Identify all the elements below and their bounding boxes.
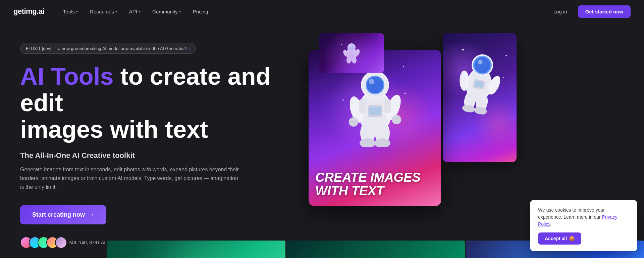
svg-point-51 — [505, 55, 507, 56]
cookie-banner: We use cookies to improve your experienc… — [530, 200, 637, 251]
accept-cookies-button[interactable]: Accept all 🍪 — [538, 232, 581, 245]
chevron-down-icon: ▾ — [115, 10, 117, 13]
chevron-down-icon: ▾ — [139, 10, 140, 13]
banner-text: FLUX.1 [dev] — a new groundbreaking AI m… — [26, 46, 186, 51]
avatar-group — [20, 236, 64, 249]
svg-point-44 — [460, 71, 469, 91]
nav-links: Tools ▾ Resources ▾ API ▾ Community ▾ Pr… — [58, 6, 548, 17]
cookie-icon: 🍪 — [569, 236, 575, 241]
strip-image-2 — [286, 241, 465, 258]
astronaut-right-icon — [447, 42, 512, 118]
svg-point-52 — [503, 77, 504, 78]
cookie-text: We use cookies to improve your experienc… — [538, 207, 629, 228]
main-image-text: CREATE IMAGES WITH TEXT — [315, 171, 434, 198]
hero-image-right-tall — [443, 33, 517, 162]
svg-rect-30 — [384, 99, 391, 113]
svg-rect-29 — [359, 99, 366, 113]
svg-point-32 — [403, 66, 404, 67]
hero-image-small-top — [319, 33, 384, 73]
navbar: getimg.ai Tools ▾ Resources ▾ API ▾ Comm… — [0, 0, 644, 23]
svg-point-19 — [367, 77, 383, 93]
announcement-banner[interactable]: FLUX.1 [dev] — a new groundbreaking AI m… — [20, 43, 196, 54]
logo[interactable]: getimg.ai — [13, 7, 44, 16]
svg-point-23 — [349, 117, 358, 127]
arrow-icon: › — [189, 46, 191, 51]
nav-pricing[interactable]: Pricing — [187, 6, 214, 17]
svg-rect-15 — [369, 107, 381, 115]
strip-image-1 — [107, 241, 285, 258]
hero-left: FLUX.1 [dev] — a new groundbreaking AI m… — [20, 36, 309, 258]
get-started-button[interactable]: Get started now — [578, 5, 631, 18]
hero-subtitle: The All-In-One AI Creative toolkit — [20, 151, 309, 160]
nav-tools[interactable]: Tools ▾ — [58, 6, 83, 17]
hero-title-highlight: AI Tools — [20, 63, 114, 90]
cta-label: Start creating now — [32, 211, 85, 218]
svg-point-35 — [347, 127, 348, 128]
chevron-down-icon: ▾ — [179, 10, 181, 13]
svg-point-20 — [369, 79, 374, 84]
nav-api[interactable]: API ▾ — [124, 6, 146, 17]
hero-title: AI Tools to create and editimages with t… — [20, 63, 309, 143]
arrow-icon: → — [88, 211, 94, 218]
nav-community[interactable]: Community ▾ — [147, 6, 186, 17]
login-button[interactable]: Log in — [548, 6, 573, 17]
svg-point-34 — [342, 99, 344, 101]
svg-point-24 — [392, 115, 401, 124]
avatar — [55, 236, 67, 249]
nav-resources[interactable]: Resources ▾ — [85, 6, 122, 17]
svg-point-50 — [462, 49, 464, 51]
hero-description: Generate images from text in seconds, ed… — [20, 165, 241, 192]
nav-right: Log in Get started now — [548, 5, 631, 18]
start-creating-button[interactable]: Start creating now → — [20, 205, 106, 224]
chevron-down-icon: ▾ — [76, 10, 78, 13]
svg-point-33 — [404, 93, 406, 94]
